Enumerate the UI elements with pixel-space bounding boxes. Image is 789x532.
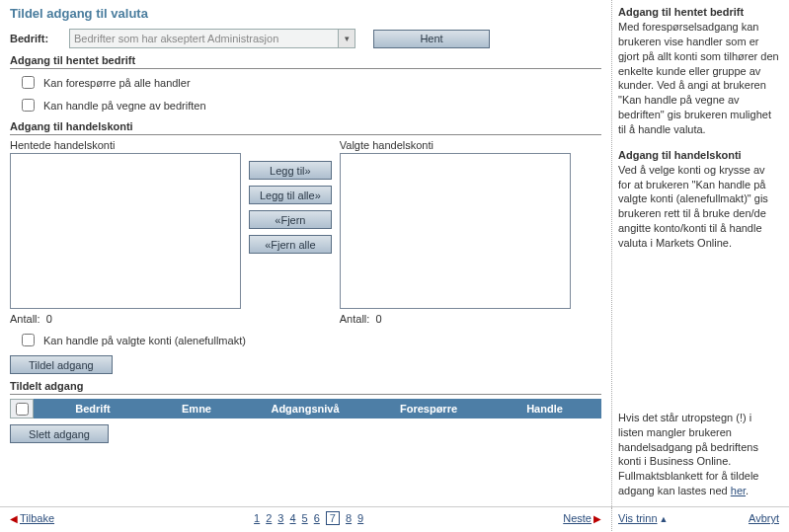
pager: 123456789 [254, 511, 363, 525]
page-3[interactable]: 3 [277, 512, 283, 524]
hent-button[interactable]: Hent [373, 30, 490, 48]
slett-adgang-button[interactable]: Slett adgang [10, 424, 109, 443]
left-count-label: Antall: [10, 313, 40, 325]
back-link[interactable]: ◀Tilbake [10, 512, 54, 524]
side-p2: Ved å velge konti og krysse av for at br… [618, 163, 779, 251]
assigned-table-header: Bedrift Emne Adgangsnivå Forespørre Hand… [10, 399, 601, 418]
tildel-adgang-button[interactable]: Tildel adgang [10, 355, 113, 374]
show-steps-link[interactable]: Vis trinn▲ [618, 512, 668, 524]
chevron-down-icon: ▾ [338, 30, 355, 47]
side-p1: Med forespørselsadgang kan brukeren vise… [618, 20, 779, 137]
hentet-bedrift-header: Adgang til hentet bedrift [10, 54, 601, 69]
select-all-checkbox[interactable] [16, 403, 29, 416]
right-count-value: 0 [375, 313, 381, 325]
side-h1: Adgang til hentet bedrift [618, 6, 779, 18]
valgte-listbox[interactable] [340, 153, 571, 309]
col-foresporre: Forespørre [369, 403, 488, 415]
show-steps-text: Vis trinn [618, 512, 658, 524]
bedrift-select[interactable]: Bedrifter som har akseptert Administrasj… [69, 29, 355, 48]
page-8[interactable]: 8 [346, 512, 352, 524]
valgte-label: Valgte handelskonti [340, 139, 571, 151]
next-link-text: Neste [563, 512, 592, 524]
handelskonti-header: Adgang til handelskonti [10, 120, 601, 135]
page-title: Tildel adgang til valuta [10, 6, 601, 21]
page-1[interactable]: 1 [254, 512, 260, 524]
cancel-link[interactable]: Avbryt [749, 512, 779, 524]
triangle-right-icon: ▶ [593, 513, 601, 524]
add-all-button[interactable]: Legg til alle» [249, 186, 332, 204]
col-adgangsnivaa: Adgangsnivå [241, 403, 369, 415]
bedrift-label: Bedrift: [10, 33, 69, 44]
chk-foresporre-alle-label: Kan forespørre på alle handler [43, 77, 191, 89]
chk-foresporre-alle[interactable] [22, 76, 35, 89]
right-count-label: Antall: [340, 313, 370, 325]
back-link-text: Tilbake [20, 512, 54, 524]
remove-button[interactable]: «Fjern [249, 210, 332, 229]
page-6[interactable]: 6 [314, 512, 320, 524]
chk-alenefullmakt[interactable] [22, 334, 35, 346]
her-link[interactable]: her [731, 485, 746, 496]
side-p3: Hvis det står utropstegn (!) i listen ma… [618, 411, 779, 498]
side-h2: Adgang til handelskonti [618, 149, 779, 161]
add-button[interactable]: Legg til» [249, 161, 332, 180]
col-emne: Emne [152, 403, 241, 415]
page-7: 7 [326, 511, 340, 525]
side-p3b: . [746, 485, 749, 496]
page-5[interactable]: 5 [302, 512, 308, 524]
page-4[interactable]: 4 [289, 512, 295, 524]
chk-handle-vegne[interactable] [22, 99, 35, 112]
next-link[interactable]: Neste▶ [563, 512, 601, 524]
triangle-up-icon: ▲ [660, 514, 669, 524]
page-9[interactable]: 9 [357, 512, 363, 524]
triangle-left-icon: ◀ [10, 513, 18, 524]
chk-alenefullmakt-label: Kan handle på valgte konti (alenefullmak… [43, 335, 246, 346]
col-bedrift: Bedrift [34, 403, 152, 415]
hentede-label: Hentede handelskonti [10, 139, 241, 151]
bedrift-select-value: Bedrifter som har akseptert Administrasj… [74, 33, 278, 44]
hentede-listbox[interactable] [10, 153, 241, 309]
remove-all-button[interactable]: «Fjern alle [249, 235, 332, 254]
col-handle: Handle [488, 403, 601, 415]
page-2[interactable]: 2 [266, 512, 272, 524]
left-count-value: 0 [46, 313, 52, 325]
chk-handle-vegne-label: Kan handle på vegne av bedriften [43, 100, 206, 112]
tildelt-adgang-header: Tildelt adgang [10, 380, 601, 395]
